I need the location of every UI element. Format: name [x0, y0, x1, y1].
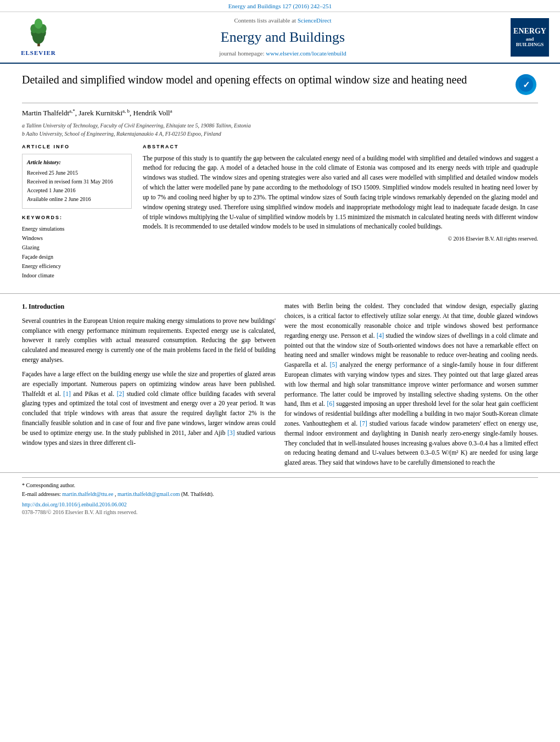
issn-line: 0378-7788/© 2016 Elsevier B.V. All right… [22, 509, 538, 516]
keywords-heading: Keywords: [22, 214, 132, 221]
elsevier-logo-box: ELSEVIER [11, 18, 66, 57]
keyword-4: Façade design [22, 252, 132, 261]
eb-logo-box: ENERGY and BUILDINGS [511, 18, 549, 57]
email-link-1[interactable]: martin.thalfeldt@ttu.ee [62, 491, 113, 497]
doi-link[interactable]: http://dx.doi.org/10.1016/j.enbuild.2016… [22, 501, 538, 509]
article-info-col: ARTICLE INFO Article history: Received 2… [22, 143, 132, 280]
intro-paragraph-2: Façades have a large effect on the build… [22, 370, 276, 448]
journal-header: ELSEVIER Contents lists available at Sci… [0, 12, 560, 63]
abstract-col: ABSTRACT The purpose of this study is to… [143, 143, 538, 280]
abstract-text: The purpose of this study is to quantify… [143, 154, 538, 232]
ref-3[interactable]: [3] [227, 429, 234, 436]
affiliation-a: a Tallinn University of Technology, Facu… [22, 121, 538, 130]
body-right-col: mates with Berlin being the coldest. The… [284, 302, 538, 472]
banner-text: Energy and Buildings 127 (2016) 242–251 [228, 3, 332, 9]
ref-5[interactable]: [5] [330, 361, 337, 368]
elsevier-label: ELSEVIER [21, 49, 56, 57]
journal-center-info: Contents lists available at ScienceDirec… [66, 16, 500, 58]
crossmark-badge: ✓ [513, 72, 538, 97]
affiliation-b: b Aalto University, School of Engineerin… [22, 130, 538, 138]
footnote-section: * Corresponding author. E-mail addresses… [0, 472, 560, 518]
corresponding-author-note: * Corresponding author. [22, 481, 538, 490]
footnote-divider [22, 477, 538, 478]
ref-4[interactable]: [4] [377, 332, 384, 339]
elsevier-logo: ELSEVIER [11, 18, 66, 57]
available-date: Available online 2 June 2016 [27, 195, 127, 204]
sciencedirect-link[interactable]: ScienceDirect [298, 17, 332, 24]
svg-point-7 [34, 19, 42, 29]
ref-2[interactable]: [2] [117, 390, 124, 397]
keyword-1: Energy simulations [22, 224, 132, 233]
elsevier-tree-icon [24, 18, 54, 48]
article-title: Detailed and simplified window model and… [22, 72, 505, 87]
body-two-col: 1. Introduction Several countries in the… [0, 302, 560, 472]
homepage-link[interactable]: www.elsevier.com/locate/enbuild [266, 50, 346, 57]
crossmark-icon: ✓ [516, 74, 536, 95]
svg-text:✓: ✓ [522, 80, 529, 90]
article-content: Detailed and simplified window model and… [0, 64, 560, 286]
article-info-heading: ARTICLE INFO [22, 143, 132, 150]
affiliations: a Tallinn University of Technology, Facu… [22, 121, 538, 138]
right-paragraph-1: mates with Berlin being the coldest. The… [284, 302, 538, 468]
homepage-line: journal homepage: www.elsevier.com/locat… [219, 49, 346, 58]
article-info-abstract-section: ARTICLE INFO Article history: Received 2… [22, 143, 538, 280]
email-link-2[interactable]: martin.thalfeldt@gmail.com [117, 491, 180, 497]
authors-line: Martin Thalfeldta,*, Jarek Kurnitskia, b… [22, 108, 538, 119]
ref-6[interactable]: [6] [327, 400, 334, 407]
keyword-2: Windows [22, 233, 132, 243]
page-container: Energy and Buildings 127 (2016) 242–251 [0, 0, 560, 518]
received-date: Received 25 June 2015 [27, 169, 127, 177]
journal-banner: Energy and Buildings 127 (2016) 242–251 [0, 0, 560, 12]
keyword-3: Glazing [22, 243, 132, 252]
revised-date: Received in revised form 31 May 2016 [27, 177, 127, 186]
article-info-box: Article history: Received 25 June 2015 R… [22, 154, 132, 209]
journal-logo-right: ENERGY and BUILDINGS [500, 18, 549, 57]
journal-title: Energy and Buildings [221, 27, 345, 47]
contents-line: Contents lists available at ScienceDirec… [234, 16, 331, 25]
email-line: E-mail addresses: martin.thalfeldt@ttu.e… [22, 490, 538, 499]
keyword-6: Indoor climate [22, 271, 132, 280]
article-history-label: Article history: [27, 159, 127, 166]
body-left-col: 1. Introduction Several countries in the… [22, 302, 276, 472]
abstract-heading: ABSTRACT [143, 143, 538, 150]
accepted-date: Accepted 1 June 2016 [27, 186, 127, 195]
article-title-section: Detailed and simplified window model and… [22, 72, 538, 103]
copyright-line: © 2016 Elsevier B.V. All rights reserved… [143, 235, 538, 243]
keywords-section: Keywords: Energy simulations Windows Gla… [22, 214, 132, 281]
intro-paragraph-1: Several countries in the European Union … [22, 316, 276, 365]
intro-section-title: 1. Introduction [22, 302, 276, 312]
keyword-5: Energy efficiency [22, 261, 132, 271]
ref-1[interactable]: [1] [63, 390, 70, 397]
section-divider [0, 293, 560, 294]
ref-7[interactable]: [7] [360, 420, 367, 427]
